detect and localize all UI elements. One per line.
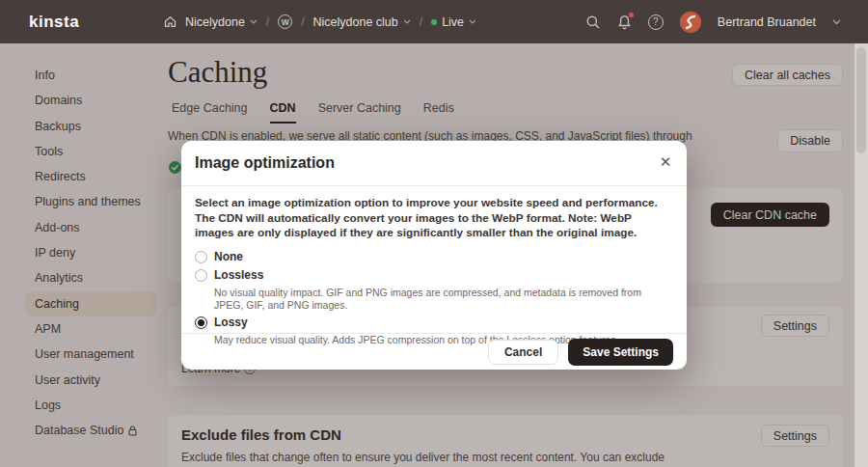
optimization-options: None Lossless No visual quality impact. …: [195, 250, 673, 346]
image-optimization-modal: Image optimization ✕ Select an image opt…: [181, 141, 687, 370]
home-icon[interactable]: [164, 15, 176, 28]
modal-title: Image optimization: [195, 154, 335, 172]
live-status-dot: [431, 19, 437, 25]
breadcrumb-company[interactable]: Nicelydone: [185, 15, 258, 29]
modal-description: Select an image optimization option to i…: [195, 196, 673, 241]
radio-button-selected-icon: [195, 316, 207, 329]
radio-button-icon: [195, 269, 207, 282]
breadcrumb-separator: /: [301, 15, 304, 29]
chevron-down-icon: [469, 19, 476, 24]
chevron-down-icon: [250, 19, 258, 24]
breadcrumb-company-label: Nicelydone: [185, 15, 245, 29]
breadcrumb-site[interactable]: Nicelydone club: [313, 15, 411, 29]
radio-option-lossy[interactable]: Lossy: [195, 316, 673, 330]
breadcrumb-site-label: Nicelydone club: [313, 15, 398, 29]
radio-option-none[interactable]: None: [195, 250, 673, 264]
main-area: Info Domains Backups Tools Redirects Plu…: [0, 43, 868, 467]
close-icon[interactable]: ✕: [654, 151, 677, 174]
breadcrumb-separator: /: [420, 15, 422, 29]
vertical-scrollbar[interactable]: [854, 43, 868, 467]
wordpress-icon[interactable]: W: [278, 14, 292, 29]
modal-footer: Cancel Save Settings: [181, 333, 687, 370]
notifications-bell-icon[interactable]: [617, 14, 632, 30]
top-bar-actions: ? Bertrand Bruandet: [585, 12, 841, 33]
radio-button-icon: [195, 251, 207, 263]
breadcrumb: Nicelydone / W / Nicelydone club / Live: [164, 14, 476, 29]
modal-body: Select an image optimization option to i…: [181, 186, 687, 346]
avatar[interactable]: [680, 12, 701, 33]
top-bar: kinsta Nicelydone / W / Nicelydone club …: [0, 0, 868, 43]
scrollbar-thumb[interactable]: [856, 47, 866, 153]
cancel-button[interactable]: Cancel: [488, 340, 558, 365]
kinsta-logo[interactable]: kinsta: [29, 13, 79, 32]
search-icon[interactable]: [585, 14, 601, 30]
modal-header: Image optimization ✕: [181, 141, 687, 186]
user-name[interactable]: Bertrand Bruandet: [718, 15, 816, 29]
radio-option-lossless[interactable]: Lossless: [195, 268, 673, 283]
save-settings-button[interactable]: Save Settings: [568, 339, 673, 366]
environment-label: Live: [442, 15, 464, 29]
environment-selector[interactable]: Live: [431, 15, 476, 29]
help-icon[interactable]: ?: [648, 14, 664, 30]
chevron-down-icon: [403, 19, 411, 24]
user-menu-chevron-icon[interactable]: [832, 19, 841, 25]
breadcrumb-separator: /: [266, 15, 269, 29]
notification-badge-dot: [629, 13, 634, 17]
lossless-description: No visual quality impact. GIF and PNG im…: [214, 287, 673, 312]
